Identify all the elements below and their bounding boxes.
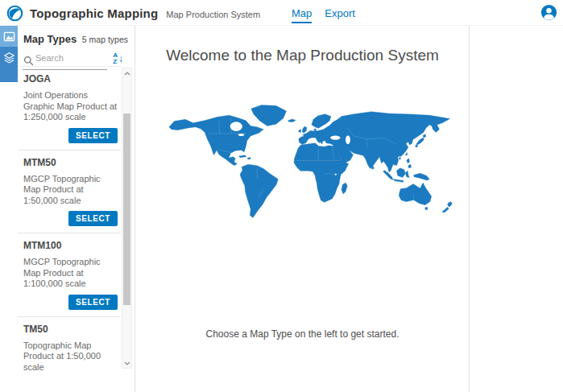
panel-header: Map Types 5 map types [18,26,135,45]
select-button-mtm100[interactable]: SELECT [68,295,118,310]
welcome-title: Welcome to the Map Production System [136,47,469,64]
select-button-mtm50[interactable]: SELECT [68,211,118,226]
map-types-icon [3,31,15,43]
map-type-name: MTM100 [23,240,119,251]
search-input[interactable] [35,53,106,63]
panel-title: Map Types [23,33,77,45]
app-header: Topographic Mapping Map Production Syste… [0,0,563,26]
scrollbar-thumb[interactable] [123,113,130,305]
main-panel: Welcome to the Map Production System [136,26,470,392]
search-icon [23,56,34,66]
list-scrollbar[interactable] [122,68,132,369]
app-subtitle: Map Production System [166,7,260,19]
layers-icon [3,52,15,64]
widget-toolbar [0,26,18,392]
list-item-mtm100: MTM100 MGCP Topographic Map Product at 1… [18,233,121,317]
map-type-name: MTM50 [23,157,119,168]
map-type-list: JOGA Joint Operations Graphic Map Produc… [18,66,121,372]
chevron-down-icon[interactable] [122,358,131,368]
account-icon[interactable] [540,4,557,21]
map-type-description: Joint Operations Graphic Map Product at … [23,90,118,123]
app-window: Topographic Mapping Map Production Syste… [0,0,563,392]
select-button-joga[interactable]: SELECT [68,128,118,143]
map-type-count: 5 map types [82,35,128,44]
map-type-description: MGCP Topographic Map Product at 1:50,000… [23,174,118,207]
globe-icon [6,5,23,22]
sort-az-icon[interactable]: A Z ↓ [113,52,123,65]
list-item-joga: JOGA Joint Operations Graphic Map Produc… [18,67,121,151]
brand: Topographic Mapping Map Production Syste… [6,0,260,26]
sort-arrow: ↓ [118,53,123,64]
widget-toolbar-blue [0,26,18,82]
world-map [160,100,453,248]
map-types-panel: Map Types 5 map types A Z ↓ JOGA Joint O… [18,26,135,392]
map-type-description: Topographic Map Product at 1:50,000 scal… [23,340,118,373]
map-type-name: TM50 [23,324,119,335]
chevron-up-icon[interactable] [122,68,131,78]
map-type-name: JOGA [23,73,119,85]
app-title: Topographic Mapping [30,6,158,20]
map-type-description: MGCP Topographic Map Product at 1:100,00… [23,257,118,290]
list-item-tm50: TM50 Topographic Map Product at 1:50,000… [18,317,121,373]
tab-map[interactable]: Map [292,2,312,23]
instruction-text: Choose a Map Type on the left to get sta… [136,328,469,340]
sort-letter-z: Z [113,59,118,65]
toolbar-item-map-types[interactable] [0,26,18,47]
header-tabs: Map Export [292,0,355,26]
toolbar-item-layers[interactable] [0,47,18,68]
list-item-mtm50: MTM50 MGCP Topographic Map Product at 1:… [18,151,121,234]
tab-export[interactable]: Export [325,2,355,23]
